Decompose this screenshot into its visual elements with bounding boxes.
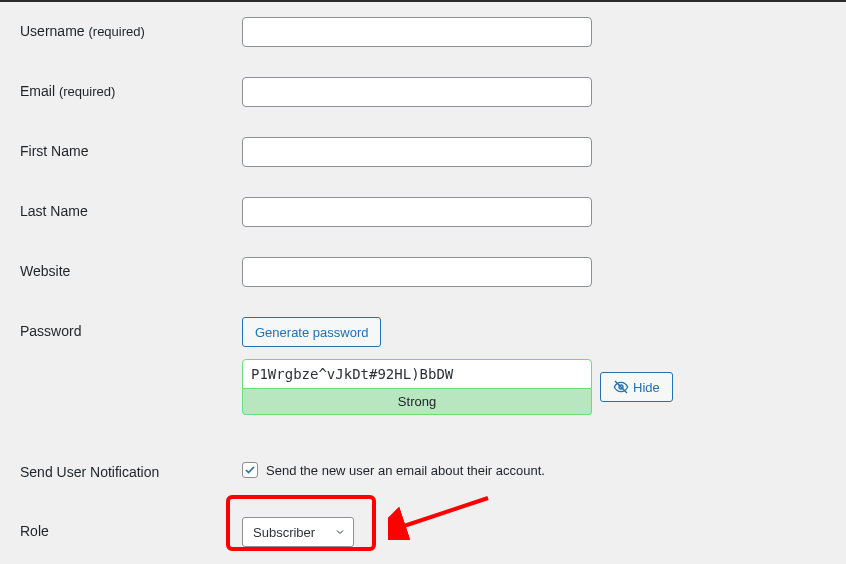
first-name-label: First Name [20,137,242,159]
password-label: Password [20,317,242,339]
eye-slash-icon [613,379,629,395]
last-name-input[interactable] [242,197,592,227]
username-label: Username (required) [20,17,242,39]
add-user-form: Username (required) Email (required) Fir… [0,2,846,562]
website-input[interactable] [242,257,592,287]
generate-password-button[interactable]: Generate password [242,317,381,347]
website-label: Website [20,257,242,279]
password-strength-meter: Strong [242,389,592,415]
notification-checkbox-label[interactable]: Send the new user an email about their a… [266,463,545,478]
first-name-input[interactable] [242,137,592,167]
email-label: Email (required) [20,77,242,99]
username-input[interactable] [242,17,592,47]
notification-checkbox[interactable] [242,462,258,478]
last-name-label: Last Name [20,197,242,219]
check-icon [244,464,256,476]
password-input[interactable] [242,359,592,389]
hide-password-button[interactable]: Hide [600,372,673,402]
role-select[interactable]: Subscriber [242,517,354,547]
notification-label: Send User Notification [20,458,242,480]
email-input[interactable] [242,77,592,107]
role-label: Role [20,517,242,539]
